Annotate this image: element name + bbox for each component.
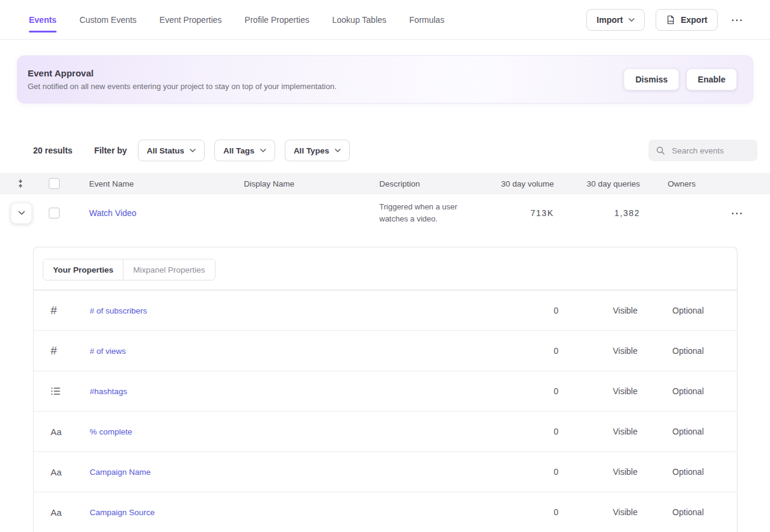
search-icon [656,146,665,155]
all-tags-dropdown[interactable]: All Tags [214,140,275,161]
text-type-icon: Aa [34,467,90,477]
property-value: 0 [487,507,559,517]
chevron-down-icon [335,149,341,152]
tab-mixpanel-properties[interactable]: Mixpanel Properties [123,259,214,280]
chevron-down-icon [260,149,266,152]
property-name-link[interactable]: % complete [90,427,132,436]
property-required: Optional [638,386,704,396]
property-visibility: Visible [559,386,638,396]
search-input[interactable] [671,146,750,156]
chevron-down-icon [629,18,635,22]
tab-profile-properties[interactable]: Profile Properties [244,13,309,27]
property-name-link[interactable]: #hashtags [90,387,127,396]
row-actions-button[interactable]: ⋯ [728,207,746,219]
property-value: 0 [487,306,559,315]
property-name-link[interactable]: # of subscribers [90,306,147,315]
queries-cell: 1,382 [554,208,640,218]
number-type-icon: # [34,344,90,357]
banner-actions: Dismiss Enable [624,69,737,90]
enable-button[interactable]: Enable [686,69,737,90]
column-30-day-volume: 30 day volume [494,179,554,188]
property-value: 0 [487,467,559,477]
filter-bar: 20 results Filter by All Status All Tags… [0,140,770,161]
row-checkbox[interactable] [49,208,60,218]
property-value: 0 [487,386,559,396]
event-name-link[interactable]: Watch Video [89,208,137,218]
header-checkbox-cell [41,178,89,189]
tab-lookup-tables[interactable]: Lookup Tables [332,13,387,27]
column-display-name: Display Name [244,179,379,188]
lexicon-tab-bar: Events Custom Events Event Properties Pr… [29,13,444,27]
properties-tab-bar: Your Properties Mixpanel Properties [34,247,737,290]
chevron-down-icon [190,149,196,152]
property-required: Optional [638,346,704,356]
property-row: Aa % complete 0 Visible Optional [34,411,737,451]
property-visibility: Visible [559,467,638,477]
property-row: Aa Campaign Name 0 Visible Optional [34,451,737,492]
property-visibility: Visible [559,306,638,315]
property-required: Optional [638,427,704,436]
property-value: 0 [487,427,559,436]
collapse-all-control[interactable] [0,179,41,188]
svg-text:csv: csv [668,19,673,22]
banner-title: Event Approval [28,68,337,78]
export-csv-icon: csv [666,15,675,25]
filter-by-label: Filter by [94,146,126,155]
tab-events[interactable]: Events [29,13,57,27]
tab-custom-events[interactable]: Custom Events [79,13,137,27]
collapse-rows-icon [17,179,24,188]
import-button[interactable]: Import [586,9,645,31]
column-owners: Owners [640,179,724,188]
column-description: Description [379,179,494,188]
banner-description: Get notified on all new events entering … [28,82,337,91]
row-checkbox-cell [41,208,89,218]
collapse-row-button[interactable] [11,203,32,224]
import-button-label: Import [597,15,623,25]
property-name-link[interactable]: Campaign Source [90,508,155,517]
results-count: 20 results [33,146,72,155]
property-visibility: Visible [559,346,638,356]
ellipsis-icon: ⋯ [731,206,744,220]
properties-tab-group: Your Properties Mixpanel Properties [43,259,216,280]
column-30-day-queries: 30 day queries [554,179,640,188]
all-status-dropdown[interactable]: All Status [138,140,205,161]
property-name-link[interactable]: Campaign Name [90,468,151,477]
event-properties-panel: Your Properties Mixpanel Properties # # … [33,247,737,532]
property-name-link[interactable]: # of views [90,347,126,356]
property-row: Aa Campaign Source 0 Visible Optional [34,492,737,532]
select-all-checkbox[interactable] [49,178,60,189]
column-event-name: Event Name [89,179,244,188]
top-navigation: Events Custom Events Event Properties Pr… [0,0,770,40]
event-approval-banner: Event Approval Get notified on all new e… [17,55,753,104]
table-row: Watch Video Triggered when a user watche… [0,194,770,232]
property-required: Optional [638,306,704,315]
property-required: Optional [638,507,704,517]
property-visibility: Visible [559,427,638,436]
more-options-button[interactable]: ⋯ [728,14,746,26]
property-value: 0 [487,346,559,356]
property-visibility: Visible [559,507,638,517]
tab-event-properties[interactable]: Event Properties [160,13,222,27]
number-type-icon: # [34,304,90,317]
tab-your-properties[interactable]: Your Properties [43,259,123,280]
list-type-icon [34,387,90,395]
export-button[interactable]: csv Export [656,9,718,31]
property-row: #hashtags 0 Visible Optional [34,371,737,411]
search-box [648,140,757,161]
property-required: Optional [638,467,704,477]
all-tags-label: All Tags [223,146,255,155]
property-row: # # of subscribers 0 Visible Optional [34,290,737,330]
export-button-label: Export [681,15,707,25]
dismiss-button[interactable]: Dismiss [624,69,679,90]
banner-text: Event Approval Get notified on all new e… [28,68,337,91]
tab-formulas[interactable]: Formulas [409,13,444,27]
description-cell: Triggered when a user watches a video. [379,201,494,225]
property-row: # # of views 0 Visible Optional [34,330,737,371]
text-type-icon: Aa [34,427,90,437]
nav-actions: Import csv Export ⋯ [586,9,746,31]
all-types-dropdown[interactable]: All Types [285,140,350,161]
events-table-header: Event Name Display Name Description 30 d… [0,173,770,194]
ellipsis-icon: ⋯ [731,13,744,26]
all-types-label: All Types [294,146,329,155]
chevron-down-icon [18,211,25,215]
